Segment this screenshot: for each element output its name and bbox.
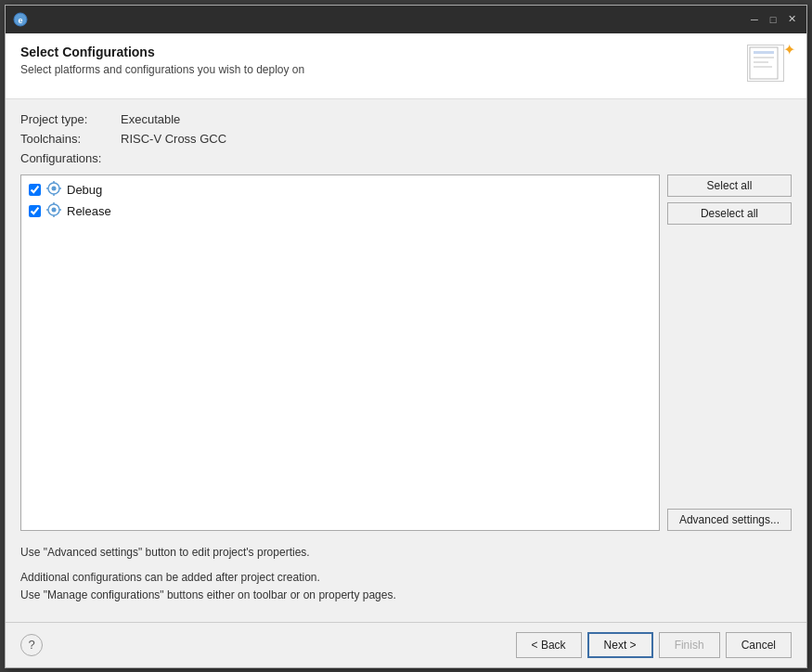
window-controls: ─ □ ✕ — [747, 12, 799, 27]
cancel-button[interactable]: Cancel — [726, 632, 792, 658]
dialog-title: Select Configurations — [20, 45, 304, 59]
hint-spacer — [20, 562, 792, 569]
footer-buttons: < Back Next > Finish Cancel — [516, 632, 792, 658]
release-icon — [46, 202, 61, 220]
finish-button[interactable]: Finish — [659, 632, 720, 658]
svg-rect-5 — [754, 61, 768, 63]
release-checkbox[interactable] — [29, 205, 41, 217]
project-type-value: Executable — [121, 112, 180, 126]
header-icon-shape — [747, 45, 784, 82]
toolchains-value: RISC-V Cross GCC — [121, 132, 226, 146]
dialog-subtitle: Select platforms and configurations you … — [20, 63, 304, 76]
close-button[interactable]: ✕ — [784, 12, 799, 27]
svg-point-8 — [52, 186, 57, 190]
project-type-label: Project type: — [20, 112, 113, 126]
back-button[interactable]: < Back — [516, 632, 582, 658]
app-icon: e — [13, 12, 28, 27]
deselect-all-button[interactable]: Deselect all — [667, 202, 792, 225]
release-label: Release — [67, 204, 111, 218]
hint-line-2: Additional configurations can be added a… — [20, 569, 792, 587]
svg-point-14 — [52, 207, 57, 212]
minimize-button[interactable]: ─ — [747, 12, 762, 27]
configuration-list[interactable]: Debug Release — [20, 174, 660, 531]
config-side-buttons: Select all Deselect all Advanced setting… — [667, 174, 792, 531]
next-button[interactable]: Next > — [587, 632, 653, 658]
debug-label: Debug — [67, 183, 102, 197]
top-buttons: Select all Deselect all — [667, 174, 792, 225]
svg-rect-6 — [754, 66, 772, 68]
maximize-button[interactable]: □ — [766, 12, 780, 27]
hint-line-3: Use "Manage configurations" buttons eith… — [20, 587, 792, 604]
dialog-header: Select Configurations Select platforms a… — [6, 33, 806, 99]
hint-line-1: Use "Advanced settings" button to edit p… — [20, 544, 792, 562]
help-button[interactable]: ? — [20, 634, 43, 656]
debug-checkbox[interactable] — [29, 184, 41, 196]
dialog-window: e ─ □ ✕ Select Configurations Select pla… — [5, 5, 807, 668]
debug-icon — [46, 181, 61, 199]
dialog-body: Project type: Executable Toolchains: RIS… — [6, 99, 806, 622]
svg-rect-4 — [754, 57, 774, 58]
titlebar: e ─ □ ✕ — [6, 6, 806, 33]
dialog-footer: ? < Back Next > Finish Cancel — [6, 622, 806, 667]
configurations-label: Configurations: — [20, 151, 792, 165]
bottom-buttons: Advanced settings... — [667, 509, 792, 531]
star-icon: ✦ — [783, 41, 795, 58]
toolchains-label: Toolchains: — [20, 132, 113, 146]
select-all-button[interactable]: Select all — [667, 174, 792, 197]
config-item-debug[interactable]: Debug — [25, 179, 655, 200]
header-text: Select Configurations Select platforms a… — [20, 45, 304, 76]
config-item-release[interactable]: Release — [25, 200, 655, 222]
hint-area: Use "Advanced settings" button to edit p… — [20, 535, 792, 609]
project-type-row: Project type: Executable — [20, 112, 792, 126]
svg-text:e: e — [18, 16, 22, 25]
configuration-area: Debug Release — [20, 174, 792, 531]
toolchains-row: Toolchains: RISC-V Cross GCC — [20, 132, 792, 146]
svg-rect-3 — [754, 51, 774, 54]
header-icon: ✦ — [747, 45, 792, 89]
advanced-settings-button[interactable]: Advanced settings... — [667, 509, 792, 531]
